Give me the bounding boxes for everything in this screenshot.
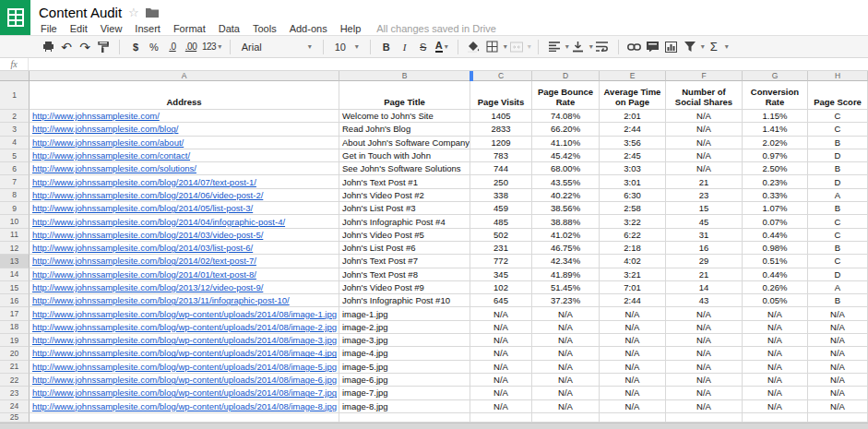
cell-title[interactable]: John's List Post #6 <box>339 242 470 255</box>
cell-conversion[interactable]: N/A <box>743 361 808 374</box>
cell-shares[interactable]: N/A <box>666 123 743 136</box>
row-header-12[interactable]: 12 <box>0 242 30 255</box>
cell-title[interactable]: John's Infographic Post #4 <box>339 215 470 228</box>
cell-visits[interactable]: N/A <box>470 387 532 399</box>
cell-title[interactable]: John's List Post #3 <box>339 202 470 215</box>
cell-address[interactable]: http://www.johnssamplesite.com/blog/2014… <box>30 242 339 255</box>
text-wrap-icon[interactable] <box>593 38 612 56</box>
filter-icon[interactable] <box>681 38 699 56</box>
cell-address[interactable]: http://www.johnssamplesite.com/blog/wp-c… <box>30 347 339 360</box>
row-header-1[interactable]: 1 <box>0 81 30 110</box>
cell-shares[interactable]: N/A <box>666 321 743 334</box>
cell-address[interactable]: http://www.johnssamplesite.com/blog/wp-c… <box>30 321 339 334</box>
cell-time[interactable]: 2:44 <box>600 294 666 307</box>
cell-address[interactable]: http://www.johnssamplesite.com/blog/wp-c… <box>30 387 339 399</box>
cell-visits[interactable]: 2833 <box>470 123 532 136</box>
cell-time[interactable]: N/A <box>600 321 666 334</box>
row-header-9[interactable]: 9 <box>0 202 30 215</box>
cell-conversion[interactable]: 0.97% <box>743 149 808 162</box>
cell-link[interactable]: http://www.johnssamplesite.com/blog/wp-c… <box>32 387 337 398</box>
cell-conversion[interactable]: 0.44% <box>743 229 808 242</box>
horizontal-scrollbar[interactable] <box>0 423 868 429</box>
cell-title[interactable]: John's Text Post #1 <box>339 175 470 188</box>
cell-conversion[interactable]: 1.15% <box>743 110 808 123</box>
cell-score[interactable]: D <box>808 149 868 162</box>
cell-address[interactable]: http://www.johnssamplesite.com/solutions… <box>30 162 339 175</box>
cell-link[interactable]: http://www.johnssamplesite.com/blog/wp-c… <box>32 335 337 345</box>
cell-title[interactable] <box>339 413 470 423</box>
row-header-10[interactable]: 10 <box>0 215 30 228</box>
cell-link[interactable]: http://www.johnssamplesite.com/about/ <box>32 137 184 148</box>
horizontal-align-icon[interactable] <box>545 38 564 56</box>
cell-shares[interactable]: 15 <box>666 202 743 215</box>
cell-bounce[interactable]: 41.89% <box>532 268 600 281</box>
cell-title[interactable]: image-6.jpg <box>339 374 470 387</box>
cell-bounce[interactable]: N/A <box>532 374 600 387</box>
cell-title[interactable]: image-7.jpg <box>339 387 470 399</box>
cell-title[interactable]: image-3.jpg <box>339 334 470 347</box>
cell-conversion[interactable]: N/A <box>743 374 808 387</box>
menu-insert[interactable]: Insert <box>128 23 167 34</box>
cell-shares[interactable]: N/A <box>666 137 743 149</box>
cell-visits[interactable]: N/A <box>470 334 532 347</box>
cell-bounce[interactable]: N/A <box>532 387 600 399</box>
cell-conversion[interactable]: 0.98% <box>743 242 808 255</box>
row-header-13[interactable]: 13 <box>0 255 30 268</box>
cell-shares[interactable]: N/A <box>666 307 743 320</box>
cell-score[interactable]: A <box>808 189 868 202</box>
cell-address[interactable]: http://www.johnssamplesite.com/blog/2014… <box>30 202 339 215</box>
header-cell[interactable]: Page Score <box>808 81 868 110</box>
cell-shares[interactable]: N/A <box>666 149 743 162</box>
cell-bounce[interactable]: N/A <box>532 400 600 413</box>
cell-time[interactable]: 3:22 <box>600 215 666 228</box>
cell-bounce[interactable]: 66.20% <box>532 123 600 136</box>
cell-link[interactable]: http://www.johnssamplesite.com/blog/2014… <box>32 203 253 213</box>
cell-time[interactable]: 6:30 <box>600 189 666 202</box>
cell-bounce[interactable]: 45.42% <box>532 149 600 162</box>
cell-time[interactable]: 4:02 <box>600 255 666 268</box>
cell-address[interactable]: http://www.johnssamplesite.com/blog/wp-c… <box>30 400 339 413</box>
bold-button[interactable]: B <box>377 38 396 56</box>
cell-bounce[interactable]: 41.02% <box>532 229 600 242</box>
row-header-8[interactable]: 8 <box>0 189 30 202</box>
cell-conversion[interactable]: 0.44% <box>743 268 808 281</box>
row-header-21[interactable]: 21 <box>0 361 30 374</box>
row-header-19[interactable]: 19 <box>0 334 30 347</box>
cell-bounce[interactable]: N/A <box>532 307 600 320</box>
header-cell[interactable]: Number of Social Shares <box>666 81 743 110</box>
cell-score[interactable]: B <box>808 137 868 149</box>
cell-time[interactable]: N/A <box>600 307 666 320</box>
fill-color-icon[interactable] <box>465 38 483 56</box>
menu-view[interactable]: View <box>94 23 129 34</box>
cell-score[interactable]: N/A <box>808 387 868 399</box>
cell-visits[interactable]: 744 <box>470 162 532 175</box>
menu-edit[interactable]: Edit <box>64 23 94 34</box>
cell-shares[interactable]: N/A <box>666 361 743 374</box>
row-header-16[interactable]: 16 <box>0 294 30 307</box>
cell-link[interactable]: http://www.johnssamplesite.com/blog/2014… <box>32 217 285 227</box>
cell-score[interactable]: C <box>808 229 868 242</box>
cell-score[interactable]: C <box>808 123 868 136</box>
row-header-24[interactable]: 24 <box>0 400 30 413</box>
cell-conversion[interactable]: 0.05% <box>743 294 808 307</box>
menu-help[interactable]: Help <box>334 23 368 34</box>
cell-time[interactable]: 2:01 <box>600 110 666 123</box>
cell-bounce[interactable]: N/A <box>532 321 600 334</box>
print-icon[interactable] <box>39 38 57 56</box>
cell-visits[interactable]: 502 <box>470 229 532 242</box>
cell-bounce[interactable]: N/A <box>532 347 600 360</box>
cell-link[interactable]: http://www.johnssamplesite.com/blog/2014… <box>32 190 263 200</box>
cell-conversion[interactable]: 0.33% <box>743 189 808 202</box>
row-header-23[interactable]: 23 <box>0 387 30 399</box>
cell-link[interactable]: http://www.johnssamplesite.com/blog/wp-c… <box>32 375 337 385</box>
cell-visits[interactable]: 485 <box>470 215 532 228</box>
cell-visits[interactable]: 783 <box>470 149 532 162</box>
cell-title[interactable]: John's Video Post #9 <box>339 281 470 294</box>
cell-visits[interactable]: N/A <box>470 307 532 320</box>
format-currency-button[interactable]: $ <box>126 38 145 56</box>
cell-address[interactable]: http://www.johnssamplesite.com/blog/2014… <box>30 229 339 242</box>
cell-address[interactable]: http://www.johnssamplesite.com/blog/2014… <box>30 175 339 188</box>
cell-address[interactable]: http://www.johnssamplesite.com/blog/2014… <box>30 215 339 228</box>
cell-score[interactable]: D <box>808 175 868 188</box>
cell-shares[interactable]: N/A <box>666 387 743 399</box>
